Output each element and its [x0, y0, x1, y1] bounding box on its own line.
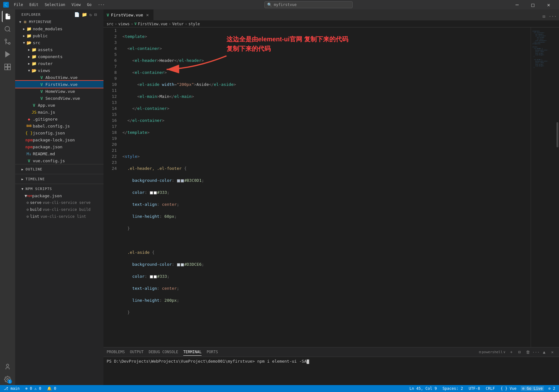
- tree-item-packagejson[interactable]: ▶ npm package.json: [15, 143, 103, 150]
- menu-go[interactable]: Go: [85, 2, 94, 8]
- new-folder-icon[interactable]: 📁: [82, 12, 87, 17]
- tree-item-label: router: [38, 61, 103, 66]
- tree-item-label: package.json: [33, 145, 103, 149]
- npm-script-serve[interactable]: ⚙ serve vue-cli-service serve: [15, 199, 103, 206]
- tree-item-jsconfig[interactable]: ▶ { } jsconfig.json: [15, 129, 103, 136]
- tab-firstview[interactable]: V FirstView.vue ✕: [103, 9, 154, 20]
- problems-tab[interactable]: PROBLEMS: [107, 348, 125, 356]
- tree-item-secondview[interactable]: ▶ V SecondView.vue: [15, 95, 103, 102]
- language-mode-status[interactable]: { } Vue: [499, 386, 518, 391]
- npm-package-item[interactable]: ▼ npm package.json: [15, 192, 103, 199]
- breadcrumb-src[interactable]: src: [107, 22, 114, 26]
- tree-item-src[interactable]: ▼ 📂 src: [15, 39, 103, 46]
- breadcrumb-sep: ›: [115, 22, 117, 26]
- refresh-icon[interactable]: ↻: [89, 12, 92, 17]
- tree-item-components[interactable]: ▶ 📁 components: [15, 53, 103, 60]
- outline-header[interactable]: ▶ OUTLINE: [15, 166, 103, 173]
- timeline-header[interactable]: ▶ TIMELINE: [15, 175, 103, 182]
- source-control-activity-icon[interactable]: [2, 36, 13, 47]
- close-button[interactable]: ✕: [541, 0, 556, 9]
- menu-view[interactable]: View: [69, 2, 83, 8]
- tree-item-packagelock[interactable]: ▶ npm package-lock.json: [15, 136, 103, 143]
- notifications-status[interactable]: 🔔 0: [46, 386, 57, 391]
- kill-terminal-icon[interactable]: 🗑: [524, 349, 531, 356]
- menu-edit[interactable]: Edit: [27, 2, 41, 8]
- tree-item-appvue[interactable]: ▶ V App.vue: [15, 102, 103, 109]
- menu-more[interactable]: ···: [95, 2, 107, 8]
- outline-title: OUTLINE: [26, 167, 42, 171]
- tree-item-assets[interactable]: ▶ 📁 assets: [15, 46, 103, 53]
- minimap: <template> <el-container> <el-header> <e…: [531, 27, 556, 347]
- go-live-status[interactable]: ⊘ Go Live: [521, 386, 544, 391]
- more-actions-icon[interactable]: ···: [549, 13, 556, 20]
- error-count-status[interactable]: ⊘ 2: [547, 386, 556, 391]
- search-activity-icon[interactable]: [2, 23, 13, 35]
- tree-item-label: App.vue: [38, 103, 103, 108]
- menu-selection[interactable]: Selection: [42, 2, 68, 8]
- cursor-position-status[interactable]: Ln 45, Col 9: [408, 386, 438, 391]
- git-branch-status[interactable]: ⎇ main: [3, 386, 21, 391]
- maximize-panel-icon[interactable]: ▲: [541, 349, 548, 356]
- breadcrumb-views[interactable]: views: [118, 22, 130, 26]
- tree-item-router[interactable]: ▶ 📁 router: [15, 60, 103, 67]
- run-debug-activity-icon[interactable]: [2, 49, 13, 60]
- run-icon: ⚙: [26, 200, 29, 205]
- npm-scripts-header[interactable]: ▼ NPM SCRIPTS: [15, 185, 103, 192]
- tree-item-homeview[interactable]: ▶ V HomeView.vue: [15, 88, 103, 95]
- settings-activity-icon[interactable]: 1: [2, 374, 13, 385]
- terminal-tab[interactable]: TERMINAL: [183, 348, 202, 356]
- debug-console-tab[interactable]: DEBUG CONSOLE: [149, 348, 178, 356]
- tab-close-button[interactable]: ✕: [145, 12, 150, 17]
- svg-rect-8: [8, 67, 10, 70]
- tree-item-gitignore[interactable]: ▶ ◆ .gitignore: [15, 116, 103, 122]
- more-terminal-actions-icon[interactable]: ···: [533, 349, 539, 356]
- tree-root[interactable]: ▼ ⊞ MYFIRSTVUE: [15, 18, 103, 25]
- vertical-scrollbar[interactable]: [556, 27, 559, 347]
- tree-item-firstview[interactable]: ▶ V FirstView.vue: [15, 81, 103, 88]
- split-editor-icon[interactable]: ⊟: [540, 13, 548, 20]
- tree-item-aboutview[interactable]: ▶ V AboutView.vue: [15, 74, 103, 81]
- status-right: Ln 45, Col 9 Spaces: 2 UTF-8 CRLF { } Vu…: [408, 386, 556, 391]
- extensions-activity-icon[interactable]: [2, 61, 13, 73]
- tree-item-vueconfig[interactable]: ▶ V vue.config.js: [15, 157, 103, 164]
- errors-warnings-status[interactable]: ⊗ 0 ⚠ 0: [24, 386, 43, 391]
- accounts-activity-icon[interactable]: [2, 361, 13, 372]
- split-terminal-icon[interactable]: ⊟: [516, 349, 523, 356]
- line-ending-status[interactable]: CRLF: [485, 386, 496, 391]
- tree-item-node-modules[interactable]: ▶ 📁 node_modules: [15, 25, 103, 32]
- tree-item-public[interactable]: ▶ 📁 public: [15, 32, 103, 39]
- collapse-all-icon[interactable]: ⊟: [94, 12, 97, 17]
- search-box[interactable]: 🔍 myfirstvue: [264, 1, 353, 8]
- menu-file[interactable]: File: [11, 2, 26, 8]
- tree-item-mainjs[interactable]: ▶ JS main.js: [15, 109, 103, 116]
- breadcrumb-sep: ›: [131, 22, 133, 26]
- tree-root-label: MYFIRSTVUE: [29, 20, 103, 24]
- svg-line-1: [9, 30, 10, 32]
- tree-item-views[interactable]: ▼ 📂 views: [15, 67, 103, 74]
- code-editor[interactable]: 12345 678910 1112131415 1617181920 21222…: [103, 27, 559, 347]
- scrollbar-thumb[interactable]: [556, 122, 558, 147]
- minimize-button[interactable]: ─: [510, 0, 524, 9]
- breadcrumb-file[interactable]: FirstView.vue: [138, 22, 168, 26]
- new-file-icon[interactable]: 📄: [74, 12, 80, 17]
- terminal-content[interactable]: PS D:\DevProjects\WebProjects\VueProject…: [103, 357, 559, 385]
- new-terminal-icon[interactable]: +: [508, 349, 515, 356]
- npm-scripts-collapse-icon: ▼: [21, 187, 24, 191]
- npm-script-lint[interactable]: ⚙ lint vue-cli-service lint: [15, 213, 103, 220]
- breadcrumb-vetur[interactable]: Vetur: [172, 22, 184, 26]
- tree-item-readme[interactable]: ▶ M↓ README.md: [15, 150, 103, 157]
- md-file-icon: M↓: [26, 151, 32, 156]
- npm-script-build[interactable]: ⚙ build vue-cli-service build: [15, 206, 103, 213]
- terminal-shell-selector[interactable]: ⊟ powershell ∨: [478, 349, 507, 356]
- tree-item-babel[interactable]: ▶ BAB babel.config.js: [15, 122, 103, 129]
- breadcrumb-style[interactable]: style: [188, 22, 200, 26]
- terminal-cursor: [307, 359, 309, 364]
- error-icon: ⊗: [25, 386, 27, 391]
- output-tab[interactable]: OUTPUT: [130, 348, 144, 356]
- encoding-status[interactable]: UTF-8: [468, 386, 481, 391]
- ports-tab[interactable]: PORTS: [207, 348, 218, 356]
- explorer-activity-icon[interactable]: [2, 11, 13, 22]
- close-panel-icon[interactable]: ✕: [549, 349, 556, 356]
- indentation-status[interactable]: Spaces: 2: [441, 386, 464, 391]
- maximize-button[interactable]: □: [526, 0, 540, 9]
